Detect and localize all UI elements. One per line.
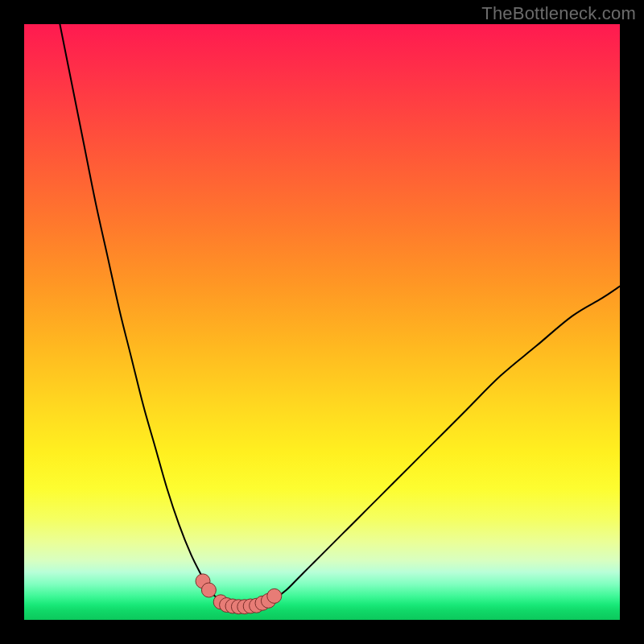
curve-right-branch	[262, 287, 620, 605]
curve-left-branch	[60, 24, 226, 605]
watermark-text: TheBottleneck.com	[481, 3, 636, 24]
valley-marker	[201, 583, 216, 597]
chart-frame: TheBottleneck.com	[0, 0, 644, 644]
plot-area	[24, 24, 620, 620]
valley-marker	[267, 588, 282, 603]
chart-svg	[24, 24, 620, 620]
